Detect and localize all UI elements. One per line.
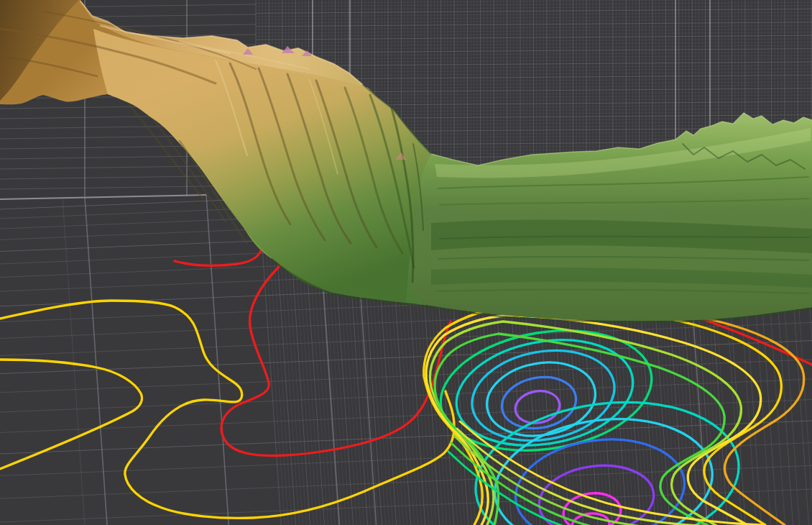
cliff-face	[93, 29, 431, 303]
terrain-3d-viewport[interactable]	[0, 0, 812, 525]
wall-floor-boundary	[0, 195, 206, 199]
grid-major-line	[206, 195, 229, 525]
contour-line	[0, 360, 142, 469]
scene-svg	[0, 0, 812, 525]
contour-line	[175, 246, 262, 265]
grid-major-line	[85, 197, 107, 525]
grid-line	[63, 198, 85, 525]
